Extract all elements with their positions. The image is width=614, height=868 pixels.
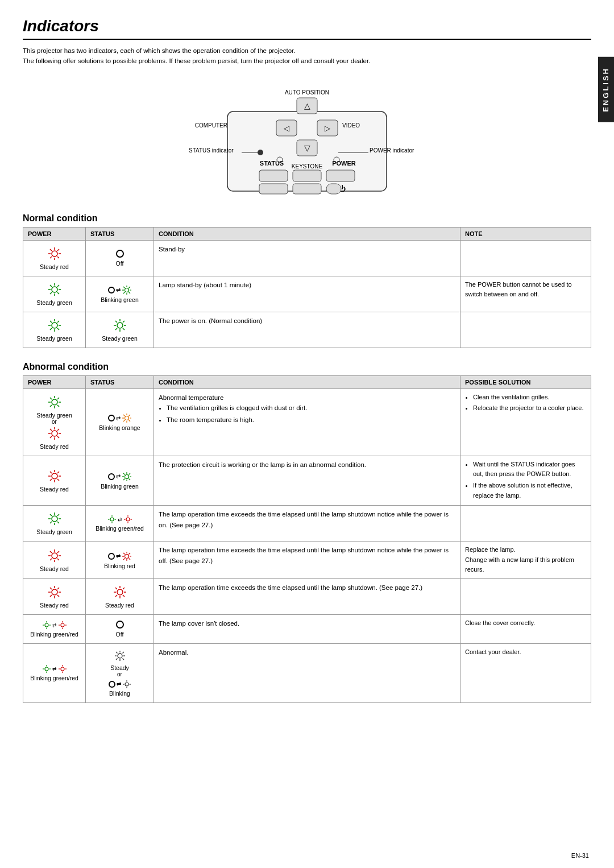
abnormal-condition-heading: Abnormal condition (23, 362, 591, 372)
svg-point-40 (52, 287, 57, 292)
abn-power-4: Steady red (23, 542, 86, 579)
svg-line-110 (57, 472, 59, 473)
abn-status-1: ⇄ Blinking orange (86, 388, 154, 456)
svg-line-54 (123, 287, 125, 288)
svg-line-148 (50, 559, 52, 560)
sun-green-blink2 (122, 472, 132, 482)
note-cell-2: The POWER button cannot be used to switc… (460, 276, 591, 312)
svg-line-38 (57, 249, 59, 251)
svg-line-82 (57, 405, 59, 407)
abn-power-label-6: Blinking green/red (27, 631, 82, 638)
svg-line-154 (123, 553, 125, 555)
abn-power-3: Steady green (23, 506, 86, 542)
svg-line-47 (57, 285, 59, 287)
sun-icon-red-abn4 (47, 548, 62, 563)
circle-blink-s7 (109, 681, 115, 688)
abnormal-row-2: Steady red ⇄ (23, 456, 591, 505)
svg-line-65 (57, 321, 59, 323)
svg-line-56 (128, 287, 130, 288)
arrow-blink-s7: ⇄ (117, 681, 121, 687)
svg-line-157 (123, 558, 125, 560)
power-cell-3: Steady green (23, 312, 86, 348)
abn-status-label-7a: Steady (89, 664, 150, 671)
abn-condition-6: The lamp cover isn't closed. (154, 614, 460, 643)
blink-red-seq: ⇄ (89, 551, 150, 561)
svg-line-203 (122, 652, 124, 654)
svg-line-83 (57, 398, 59, 399)
svg-line-111 (50, 479, 52, 481)
svg-text:VIDEO: VIDEO (342, 122, 360, 129)
svg-text:STATUS indicator: STATUS indicator (189, 147, 234, 154)
abnormal-row-3: Steady green ⇄ (23, 506, 591, 542)
svg-line-92 (57, 429, 59, 431)
sun-icon-red-abn5 (47, 585, 62, 600)
svg-point-31 (52, 251, 57, 257)
sun-green-gr (107, 515, 117, 524)
svg-text:△: △ (304, 101, 310, 110)
abn-power-label-5: Steady red (27, 602, 82, 609)
power-label-1: Steady red (27, 263, 82, 270)
svg-line-74 (123, 321, 125, 323)
abn-status-label-3: Blinking green/red (89, 525, 150, 532)
svg-line-146 (57, 559, 59, 560)
sun-icon-green-2 (47, 282, 62, 297)
svg-line-119 (128, 473, 130, 475)
svg-line-101 (128, 415, 130, 416)
abn-power-5: Steady red (23, 578, 86, 614)
condition-cell-1: Stand-by (154, 240, 460, 276)
blink-green-seq-2: ⇄ (89, 472, 150, 482)
arrow-blink: ⇄ (116, 287, 121, 293)
svg-line-166 (50, 595, 52, 597)
normal-row-3: Steady green Steady green The power is o… (23, 312, 591, 348)
status-cell-2: ⇄ Blinking green (86, 276, 154, 312)
status-cell-3: Steady green (86, 312, 154, 348)
svg-line-57 (123, 292, 125, 294)
diagram-container: AUTO POSITION △ COMPUTER ◁ ▷ VIDEO ▽ STA… (23, 75, 591, 200)
page-title: Indicators (23, 17, 591, 35)
sun-icon-red (47, 246, 62, 261)
svg-text:POWER: POWER (332, 160, 356, 167)
svg-line-155 (128, 558, 130, 560)
svg-rect-24 (326, 170, 355, 181)
status-label-2: Blinking green (89, 296, 150, 303)
abn-status-label-2: Blinking green (89, 483, 150, 490)
condition-cell-3: The power is on. (Normal condition) (154, 312, 460, 348)
sun-icon-green-abn3 (47, 511, 62, 526)
abn-status-7: Steady or ⇄ Blinking (86, 643, 154, 702)
svg-point-14 (258, 150, 263, 155)
sun-icon-red-abn1 (47, 426, 62, 441)
arrow-r4: ⇄ (116, 553, 121, 559)
svg-line-100 (128, 420, 130, 422)
abn-condition-2: The protection circuit is working or the… (154, 456, 460, 505)
sun-icon-green-status-3 (113, 318, 127, 333)
svg-line-36 (50, 249, 52, 251)
abnormal-row-7: ⇄ Blinking green/red (23, 643, 591, 702)
sun-red-p6 (58, 621, 67, 630)
svg-line-45 (50, 285, 52, 287)
abnormal-condition-table: POWER STATUS CONDITION POSSIBLE SOLUTION (23, 375, 591, 703)
svg-line-84 (50, 405, 52, 407)
svg-text:▷: ▷ (325, 124, 330, 133)
svg-line-39 (50, 257, 52, 258)
sun-blink-green (122, 285, 132, 295)
svg-line-163 (50, 588, 52, 589)
svg-line-73 (123, 328, 125, 330)
abn-solution-6: Close the cover correctly. (460, 614, 591, 643)
svg-line-46 (57, 292, 59, 294)
circle-off-g2 (108, 473, 115, 480)
th-condition-abn: CONDITION (154, 375, 460, 388)
svg-point-205 (125, 683, 128, 686)
abn-status-or-7: or (89, 671, 150, 677)
svg-line-128 (57, 514, 59, 516)
svg-text:AUTO POSITION: AUTO POSITION (285, 89, 329, 96)
svg-point-76 (52, 399, 57, 405)
svg-line-108 (50, 472, 52, 473)
abn-condition-4: The lamp operation time exceeds the time… (154, 542, 460, 579)
abn-status-label-4: Blinking red (89, 563, 150, 569)
power-label-2: Steady green (27, 299, 82, 306)
svg-point-176 (45, 623, 48, 627)
svg-line-173 (123, 595, 125, 597)
normal-condition-table: POWER STATUS CONDITION NOTE S (23, 227, 591, 348)
sun-green-p7 (42, 664, 51, 673)
sun-icon-red-abn2 (47, 469, 62, 483)
